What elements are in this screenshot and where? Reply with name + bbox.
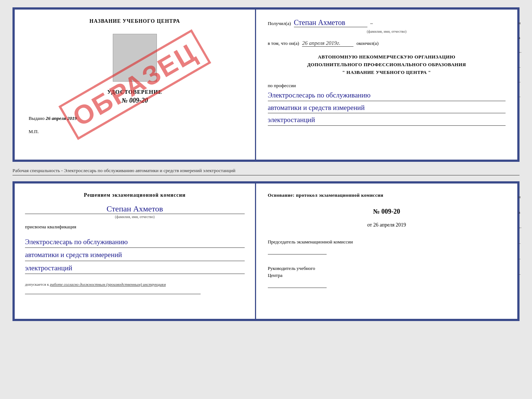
school-name-top: НАЗВАНИЕ УЧЕБНОГО ЦЕНТРА xyxy=(90,18,180,24)
cert-title: УДОСТОВЕРЕНИЕ xyxy=(107,89,162,95)
mark-arrow: ← xyxy=(518,50,522,54)
org-line3: " НАЗВАНИЕ УЧЕБНОГО ЦЕНТРА " xyxy=(268,69,506,76)
profession-label: по профессии xyxy=(268,83,506,89)
chairman-signature-line xyxy=(268,247,327,254)
allowed-prefix: допускается к xyxy=(25,282,49,286)
qualification-line3: электростанций xyxy=(25,263,245,274)
qualification-line2: автоматики и средств измерений xyxy=(25,249,245,261)
allowed-signature-line xyxy=(25,294,201,294)
specialty-text: Рабочая специальность - Электрослесарь п… xyxy=(12,168,520,175)
chairman-block: Председатель экзаменационной комиссии xyxy=(268,238,506,254)
qualification-label: присвоена квалификация xyxy=(25,224,245,230)
top-doc-right: Получил(а) Степан Ахметов – (фамилия, им… xyxy=(256,10,517,160)
protocol-date-prefix: от xyxy=(367,222,372,228)
bottom-document: Решением экзаменационной комиссии Степан… xyxy=(12,181,520,321)
side-marks-top: и а ← – – – xyxy=(518,21,522,99)
bot-doc-left: Решением экзаменационной комиссии Степан… xyxy=(15,184,256,319)
chairman-label: Председатель экзаменационной комиссии xyxy=(268,239,353,245)
dash1: – xyxy=(370,21,373,26)
mark-dash3: – xyxy=(518,94,522,99)
mark-i: и xyxy=(518,21,522,25)
mark-bot-dash1: – xyxy=(518,241,522,245)
recipient-name: Степан Ахметов xyxy=(294,18,367,27)
protocol-date: 26 апреля 2019 xyxy=(373,222,406,228)
in-that-label: в том, что он(а) xyxy=(268,40,299,46)
head-label-line2: Центра xyxy=(268,272,506,279)
head-signature-line xyxy=(268,281,327,288)
completed-label: окончил(а) xyxy=(356,40,378,46)
bot-doc-right: Основание: протокол экзаменационной коми… xyxy=(256,184,517,319)
top-document: НАЗВАНИЕ УЧЕБНОГО ЦЕНТРА УДОСТОВЕРЕНИЕ №… xyxy=(12,7,520,162)
name-sublabel-top: (фамилия, имя, отчество) xyxy=(268,29,506,33)
mark-bot-a: а xyxy=(518,210,522,214)
mark-bot-dash3: – xyxy=(518,272,522,276)
mp-label: М.П. xyxy=(25,129,39,135)
decision-title: Решением экзаменационной комиссии xyxy=(25,192,245,198)
received-label: Получил(а) xyxy=(268,21,291,26)
profession-line2: автоматики и средств измерений xyxy=(268,103,506,114)
top-doc-left: НАЗВАНИЕ УЧЕБНОГО ЦЕНТРА УДОСТОВЕРЕНИЕ №… xyxy=(15,10,256,160)
head-block: Руководитель учебного Центра xyxy=(268,265,506,288)
completion-date: 26 апреля 2019г. xyxy=(302,40,353,47)
photo-placeholder xyxy=(113,34,157,82)
profession-line1: Электрослесарь по обслуживанию xyxy=(268,90,506,101)
issued-date: Выдано 26 апреля 2019 xyxy=(25,115,77,121)
mark-dash1: – xyxy=(518,65,522,69)
issued-date-value: 26 апреля 2019 xyxy=(46,115,77,121)
profession-line3: электростанций xyxy=(268,115,506,126)
profession-block: по профессии Электрослесарь по обслужива… xyxy=(268,83,506,126)
mark-dash2: – xyxy=(518,79,522,84)
person-name: Степан Ахметов xyxy=(25,204,245,214)
recipient-row: Получил(а) Степан Ахметов – (фамилия, им… xyxy=(268,18,506,33)
received-line: Получил(а) Степан Ахметов – xyxy=(268,18,506,27)
mark-a: а xyxy=(518,35,522,40)
person-name-block: Степан Ахметов (фамилия, имя, отчество) xyxy=(25,203,245,219)
qualification-block: Электрослесарь по обслуживанию автоматик… xyxy=(25,235,245,274)
head-label-line1: Руководитель учебного xyxy=(268,265,506,272)
side-marks-bot: и а ← – – – xyxy=(518,195,522,276)
org-line2: ДОПОЛНИТЕЛЬНОГО ПРОФЕССИОНАЛЬНОГО ОБРАЗО… xyxy=(268,61,506,69)
protocol-number: № 009-20 xyxy=(268,208,506,215)
allowed-line: допускается к работе согласно должностны… xyxy=(25,282,245,286)
basis-label: Основание: протокол экзаменационной коми… xyxy=(268,192,506,198)
qualification-line1: Электрослесарь по обслуживанию xyxy=(25,236,245,248)
name-sublabel-bot: (фамилия, имя, отчество) xyxy=(25,215,245,219)
protocol-date-row: от 26 апреля 2019 xyxy=(268,222,506,228)
mark-bot-dash2: – xyxy=(518,256,522,261)
cert-number: № 009-20 xyxy=(122,97,148,104)
org-line1: АВТОНОМНУЮ НЕКОММЕРЧЕСКУЮ ОРГАНИЗАЦИЮ xyxy=(268,53,506,61)
completion-row: в том, что он(а) 26 апреля 2019г. окончи… xyxy=(268,40,506,47)
mark-bot-i: и xyxy=(518,195,522,199)
allowed-text: работе согласно должностным (производств… xyxy=(50,282,166,286)
mark-bot-arrow: ← xyxy=(518,225,522,230)
issued-label: Выдано xyxy=(29,115,44,121)
org-block: АВТОНОМНУЮ НЕКОММЕРЧЕСКУЮ ОРГАНИЗАЦИЮ ДО… xyxy=(268,53,506,76)
